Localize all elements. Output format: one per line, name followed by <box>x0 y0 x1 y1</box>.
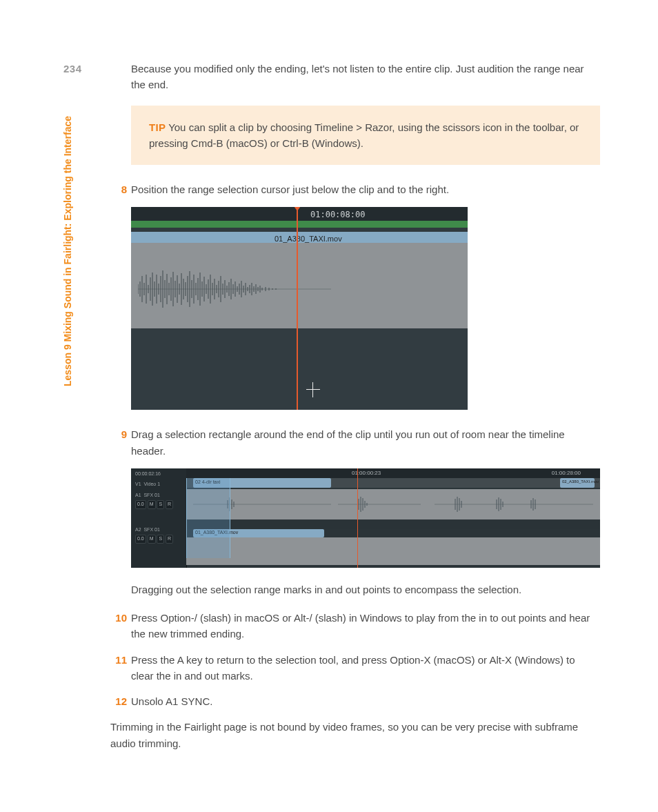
step-9: 9 Drag a selection rectangle around the … <box>131 426 600 459</box>
figure-timeline-closeup: 01:00:08:00 01_A380_TAXI.mov <box>131 207 468 410</box>
range-cursor-icon <box>306 382 320 397</box>
tip-box: TIP You can split a clip by choosing Tim… <box>131 106 600 166</box>
main-content: Because you modified only the ending, le… <box>131 61 600 764</box>
timeline-ruler: 01:00:00:23 01:00:28:00 <box>186 468 600 478</box>
range-selection <box>186 478 230 558</box>
track-control[interactable]: 0.0 <box>135 500 146 509</box>
intro-paragraph: Because you modified only the ending, le… <box>131 61 600 93</box>
step-text: Unsolo A1 SYNC. <box>131 695 212 707</box>
side-running-head: Lesson 9 Mixing Sound in Fairlight: Expl… <box>61 116 76 386</box>
ruler-timecode: 01:00:08:00 <box>310 208 365 221</box>
step-number: 12 <box>110 693 127 709</box>
timeline-tracks: 01:00:00:23 01:00:28:00 02 4-dir taxi 02… <box>186 468 600 568</box>
playhead-marker-icon <box>292 207 302 211</box>
step-number: 11 <box>110 652 127 668</box>
step-number: 10 <box>110 610 127 626</box>
waveform <box>138 262 331 316</box>
track-solo-button[interactable]: S <box>157 535 164 544</box>
playhead <box>297 207 298 410</box>
track-header-panel: 00:00:02:16 V1 Video 1 A1 SFX 01 0.0 M S… <box>131 468 187 568</box>
tip-text: You can split a clip by choosing Timelin… <box>149 121 579 149</box>
track-a1-label: A1 SFX 01 <box>135 492 160 499</box>
step-number: 8 <box>110 181 127 197</box>
step-8: 8 Position the range selection cursor ju… <box>131 181 600 197</box>
step-11: 11 Press the A key to return to the sele… <box>131 652 600 684</box>
track-gap <box>186 521 600 529</box>
video-track: 02 4-dir taxi 02_A380_TAXI.mov <box>186 478 600 488</box>
track-mute-button[interactable]: M <box>148 500 156 509</box>
step-12: 12 Unsolo A1 SYNC. <box>131 693 600 709</box>
ruler-tc: 01:00:28:00 <box>552 469 581 477</box>
video-track-strip <box>131 221 468 228</box>
audio-track-a2 <box>186 537 600 565</box>
track-v1-label: V1 Video 1 <box>135 481 160 488</box>
step-text: Drag a selection rectangle around the en… <box>131 428 565 456</box>
track-solo-button[interactable]: S <box>157 500 164 509</box>
track-arm-button[interactable]: R <box>166 535 173 544</box>
playhead <box>357 468 358 568</box>
step-10: 10 Press Option-/ (slash) in macOS or Al… <box>131 610 600 642</box>
video-clip: 02_A380_TAXI.mov <box>560 478 595 488</box>
track-arm-button[interactable]: R <box>166 500 173 509</box>
figure-timeline-wide: 00:00:02:16 V1 Video 1 A1 SFX 01 0.0 M S… <box>131 468 600 568</box>
waveform <box>338 496 421 513</box>
track-control[interactable]: 0.0 <box>135 535 146 544</box>
step-text: Position the range selection cursor just… <box>131 184 449 195</box>
caption-step9: Dragging out the selection range marks i… <box>131 582 600 597</box>
audio-track-a1 <box>186 489 600 519</box>
closing-paragraph: Trimming in the Fairlight page is not bo… <box>110 719 600 751</box>
track-a2-label: A2 SFX 01 <box>135 526 160 534</box>
step-text: Press the A key to return to the selecti… <box>131 654 575 682</box>
waveform <box>435 496 593 513</box>
clip-name-label: 01_A380_TAXI.mov <box>275 233 342 245</box>
tip-label: TIP <box>149 121 166 133</box>
empty-track-area <box>131 328 468 410</box>
step-text: Press Option-/ (slash) in macOS or Alt-/… <box>131 612 590 640</box>
step-number: 9 <box>110 426 127 442</box>
header-tc: 00:00:02:16 <box>135 471 161 478</box>
ruler-tc: 01:00:00:23 <box>352 469 381 477</box>
page-number: 234 <box>63 61 82 77</box>
track-mute-button[interactable]: M <box>148 535 156 544</box>
clip-label: 02_A380_TAXI.mov <box>562 479 599 485</box>
